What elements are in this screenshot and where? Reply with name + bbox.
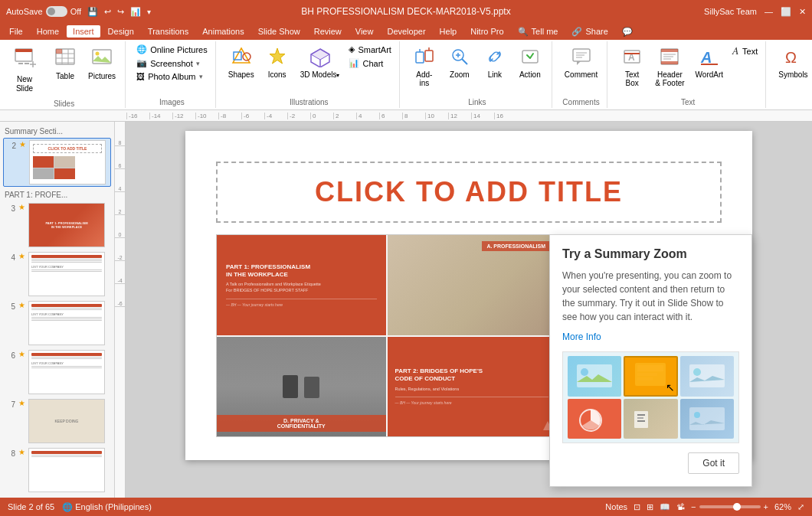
menu-share[interactable]: 🔗Share [565,25,614,38]
ribbon-group-illustrations: Shapes Icons 3D Models▾ [219,41,400,108]
language-selector[interactable]: 🌐 English (Philippines) [62,502,152,512]
zoom-cell-3 [680,356,734,397]
slide-item-7[interactable]: 7 ★ KEEP DOING [3,397,111,445]
q1-title: PART 1: PROFESSIONALISMIN THE WORKPLACE [226,263,377,279]
slide-quadrant-3: D. PRIVACY &CONFIDENTIALITY [217,337,386,437]
text-box-button[interactable]: A TextBox [615,43,649,90]
comment-label: Comment [565,70,598,79]
close-button[interactable]: ✕ [799,7,806,17]
slide-item-2[interactable]: 2 ★ CLICK TO ADD TITLE [3,138,111,187]
normal-view-icon[interactable]: ⊡ [634,502,640,512]
menu-tell-me[interactable]: 🔍Tell me [512,25,565,38]
maximize-button[interactable]: ⬜ [781,7,791,17]
menu-developer[interactable]: Developer [381,25,431,38]
section-1-label: Summary Secti... [3,125,111,138]
menu-review[interactable]: Review [308,25,348,38]
pictures-label: Pictures [88,72,116,80]
slide-item-6[interactable]: 6 ★ LIST YOUR COMPANY [3,348,111,396]
more-info-link[interactable]: More Info [562,331,739,342]
minimize-button[interactable]: — [765,7,773,16]
menu-insert[interactable]: Insert [67,25,100,38]
menu-transitions[interactable]: Transitions [142,25,195,38]
slide-item-4[interactable]: 4 ★ LIST YOUR COMPANY [3,250,111,298]
slide-star-8: ★ [18,448,25,456]
add-ins-button[interactable]: Add-ins [408,43,441,90]
svg-line-27 [462,59,467,64]
slide-item-5[interactable]: 5 ★ LIST YOUR COMPANY [3,299,111,347]
menu-home[interactable]: Home [31,25,65,38]
pictures-button[interactable]: Pictures [83,43,120,83]
reading-view-icon[interactable]: 📖 [660,502,670,512]
customize-icon[interactable]: ▾ [147,8,151,16]
symbols-label: Symbols [778,70,807,79]
smartart-button[interactable]: ◈ SmartArt [345,43,394,56]
action-button[interactable]: Action [513,43,547,82]
menu-comments-icon[interactable]: 💬 [616,25,639,38]
slide-item-3[interactable]: 3 ★ PART 1: PROFESSIONALISMIN THE WORKPL… [3,201,111,249]
status-right: Notes ⊡ ⊞ 📖 📽 − + 62% ⤢ [605,502,804,512]
slide-title-placeholder[interactable]: CLICK TO ADD TITLE [216,162,722,223]
photo-album-label: Photo Album [148,72,195,81]
undo-icon[interactable]: ↩ [104,7,111,17]
zoom-cell-4 [568,399,621,439]
link-button[interactable]: Link [478,43,512,82]
save-icon[interactable]: 💾 [87,7,98,17]
menu-view[interactable]: View [349,25,380,38]
3d-models-button[interactable]: 3D Models▾ [296,43,345,82]
slide-canvas[interactable]: CLICK TO ADD TITLE PART 1: PROFESSIONALI… [185,131,752,460]
section-2-label: PART 1: PROFE... [3,188,111,201]
menu-slideshow[interactable]: Slide Show [252,25,306,38]
redo-icon[interactable]: ↪ [117,7,124,17]
add-ins-label: Add-ins [416,70,432,87]
present-icon[interactable]: 📊 [130,7,141,17]
screenshot-button[interactable]: 📷 Screenshot ▾ [133,57,211,70]
slide-quadrant-4: PART 2: BRIDGES OF HOPE'SCODE OF CONDUCT… [388,337,557,437]
icons-button[interactable]: Icons [260,43,294,82]
illustrations-group-label: Illustrations [290,95,329,106]
shapes-icon [231,46,252,69]
comment-button[interactable]: Comment [560,43,602,82]
svg-rect-51 [577,364,612,387]
table-button[interactable]: Table [48,43,82,83]
autosave-switch[interactable] [46,6,67,17]
zoom-slider[interactable]: − + [691,502,768,511]
presenter-view-icon[interactable]: 📽 [676,502,685,511]
zoom-track[interactable] [699,505,761,508]
tooltip-zoom-image: ↖ [562,351,739,443]
menu-nitro[interactable]: Nitro Pro [464,25,509,38]
text-sub-icon: 𝐴 [732,44,739,57]
menu-animations[interactable]: Animations [196,25,250,38]
zoom-button[interactable]: Zoom [443,43,476,82]
chart-button[interactable]: 📊 Chart [345,57,394,70]
photo-album-button[interactable]: 🖼 Photo Album ▾ [133,70,211,83]
header-footer-button[interactable]: Header& Footer [650,43,689,90]
wordart-button[interactable]: A WordArt [691,43,729,82]
q1-footer: — BH — Your journey starts here [226,299,377,307]
status-left: Slide 2 of 65 🌐 English (Philippines) [8,502,152,512]
symbols-button[interactable]: Ω Symbols [774,43,812,82]
zoom-percent[interactable]: 62% [774,502,791,511]
3d-models-icon [309,46,331,69]
team-name: SillySac Team [704,7,757,16]
fit-to-window-icon[interactable]: ⤢ [797,502,804,512]
menu-file[interactable]: File [3,25,29,38]
symbols-icon: Ω [782,46,804,69]
menu-help[interactable]: Help [434,25,463,38]
notes-button[interactable]: Notes [605,502,627,511]
shapes-button[interactable]: Shapes [224,43,259,82]
q1-subtitle: A Talk on Professionalism and Workplace … [226,282,377,293]
menu-design[interactable]: Design [102,25,140,38]
slides-group-label: Slides [54,96,74,108]
text-sub-button[interactable]: 𝐴 Text [729,43,761,59]
new-slide-button[interactable]: NewSlide [8,43,41,96]
slide-sorter-icon[interactable]: ⊞ [647,502,653,512]
online-pictures-button[interactable]: 🌐 Online Pictures [133,43,211,56]
svg-point-14 [96,52,100,56]
zoom-in-icon[interactable]: + [764,502,768,511]
new-slide-icon [12,46,37,73]
svg-rect-63 [637,420,645,422]
autosave-toggle[interactable]: AutoSave Off [6,6,81,17]
zoom-out-icon[interactable]: − [691,502,696,511]
got-it-button[interactable]: Got it [688,452,739,474]
slide-item-8[interactable]: 8 ★ [3,446,111,494]
